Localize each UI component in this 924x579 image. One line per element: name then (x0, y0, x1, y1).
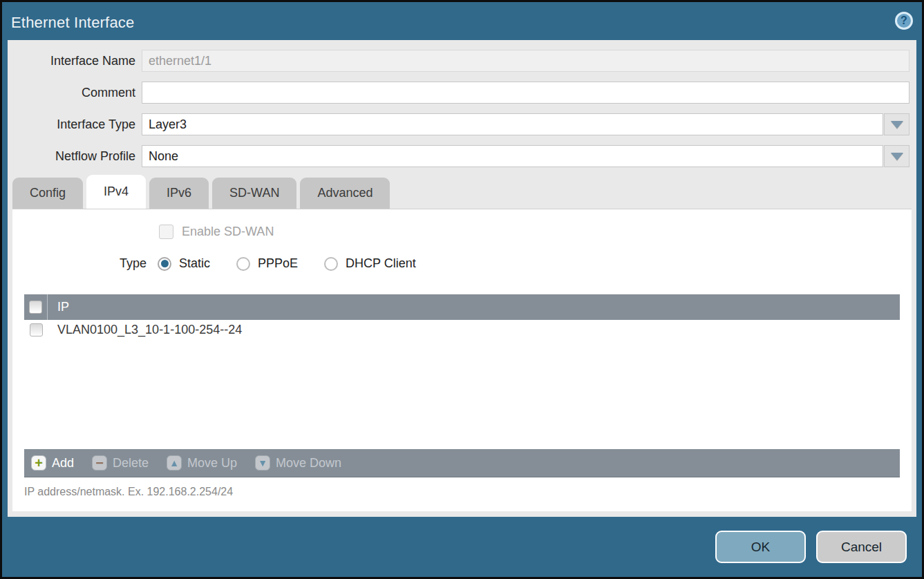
radio-static-label: Static (179, 256, 210, 271)
radio-selected-icon[interactable] (158, 257, 171, 271)
help-icon[interactable]: ? (895, 12, 913, 30)
comment-label: Comment (8, 86, 142, 100)
ip-address-table: IP VLAN0100_L3_10-1-100-254--24 + Add (24, 294, 900, 477)
interface-type-row: Interface Type (8, 113, 909, 135)
add-button[interactable]: + Add (31, 455, 74, 471)
chevron-down-icon (891, 153, 903, 160)
interface-type-dropdown-button[interactable] (884, 113, 909, 135)
ip-column-header: IP (48, 300, 69, 314)
radio-option-dhcp-client[interactable]: DHCP Client (324, 256, 431, 271)
row-checkbox[interactable] (30, 323, 43, 336)
arrow-up-icon: ▲ (167, 455, 182, 471)
table-row[interactable]: VLAN0100_L3_10-1-100-254--24 (24, 320, 900, 340)
enable-sdwan-label: Enable SD-WAN (182, 225, 274, 239)
radio-option-static[interactable]: Static (158, 256, 225, 271)
row-checkbox-cell (24, 320, 48, 340)
type-radio-group: Type Static PPPoE DHCP Client (12, 256, 431, 271)
netflow-profile-row: Netflow Profile (8, 145, 909, 167)
interface-type-label: Interface Type (8, 117, 142, 132)
dialog-titlebar: Ethernet Interface ? (2, 2, 922, 40)
tab-config[interactable]: Config (12, 178, 83, 209)
radio-option-pppoe[interactable]: PPPoE (236, 256, 313, 271)
comment-field[interactable] (142, 82, 909, 104)
select-all-checkbox[interactable] (29, 301, 42, 314)
ok-button[interactable]: OK (715, 531, 806, 563)
plus-icon: + (31, 455, 46, 471)
ipv4-tab-panel: Enable SD-WAN Type Static PPPoE DHCP Cli… (12, 209, 912, 511)
move-down-button-label: Move Down (276, 456, 341, 471)
add-button-label: Add (52, 456, 74, 471)
chevron-down-icon (891, 121, 903, 129)
table-header: IP (24, 294, 900, 320)
netflow-profile-field[interactable] (142, 145, 883, 167)
row-ip-value: VLAN0100_L3_10-1-100-254--24 (48, 323, 242, 337)
netflow-profile-dropdown-button[interactable] (884, 145, 909, 167)
enable-sdwan-row: Enable SD-WAN (159, 225, 274, 239)
tab-ipv6[interactable]: IPv6 (149, 178, 209, 209)
arrow-down-icon: ▼ (255, 455, 270, 471)
radio-unselected-icon[interactable] (324, 257, 338, 271)
ethernet-interface-dialog: Ethernet Interface ? Interface Name Comm… (0, 0, 924, 579)
dialog-content: Interface Name Comment Interface Type Ne… (8, 40, 916, 517)
move-up-button[interactable]: ▲ Move Up (167, 455, 237, 471)
cancel-button[interactable]: Cancel (816, 531, 907, 563)
table-toolbar: + Add − Delete ▲ Move Up ▼ Move Down (24, 449, 900, 477)
tab-ipv4[interactable]: IPv4 (86, 175, 146, 209)
interface-type-field[interactable] (142, 113, 883, 135)
interface-name-row: Interface Name (8, 50, 909, 72)
ip-format-hint: IP address/netmask. Ex. 192.168.2.254/24 (24, 486, 233, 498)
type-label: Type (12, 256, 147, 271)
move-up-button-label: Move Up (187, 456, 237, 471)
interface-name-field (142, 50, 909, 72)
dialog-footer: OK Cancel (2, 517, 922, 577)
select-all-cell (24, 294, 48, 320)
table-body: VLAN0100_L3_10-1-100-254--24 (24, 320, 900, 449)
tab-bar: Config IPv4 IPv6 SD-WAN Advanced (12, 175, 393, 209)
tab-advanced[interactable]: Advanced (300, 178, 390, 209)
delete-button-label: Delete (113, 456, 149, 471)
tab-sdwan[interactable]: SD-WAN (212, 178, 296, 209)
enable-sdwan-checkbox[interactable] (159, 225, 173, 239)
radio-unselected-icon[interactable] (236, 257, 250, 271)
dialog-title: Ethernet Interface (11, 14, 134, 32)
minus-icon: − (92, 455, 107, 471)
move-down-button[interactable]: ▼ Move Down (255, 455, 341, 471)
comment-row: Comment (8, 82, 909, 104)
interface-name-label: Interface Name (8, 54, 142, 68)
netflow-profile-label: Netflow Profile (8, 149, 142, 164)
radio-dhcp-label: DHCP Client (346, 256, 416, 271)
radio-pppoe-label: PPPoE (258, 256, 298, 271)
delete-button[interactable]: − Delete (92, 455, 149, 471)
